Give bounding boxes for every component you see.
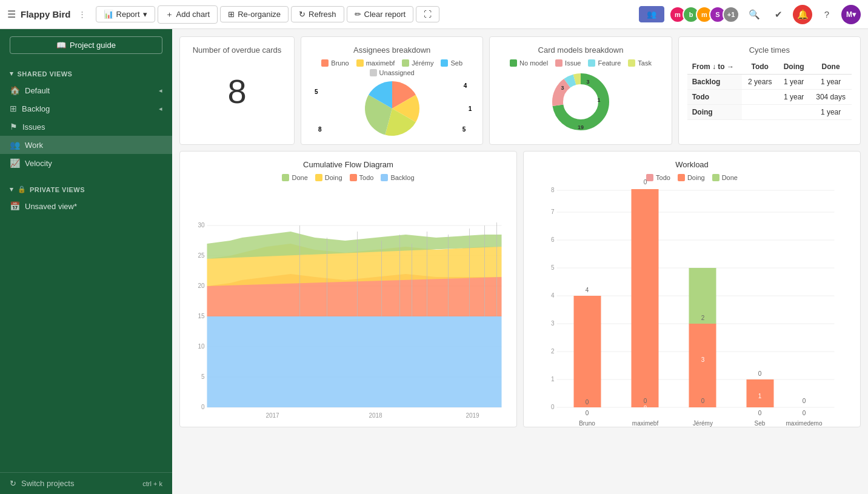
legend-dot-doing-wl (678, 174, 685, 181)
cfd-chart: 0 5 10 15 20 25 30 (189, 186, 508, 418)
avatar-more[interactable]: +1 (723, 6, 739, 23)
notification-button[interactable]: 🔔 (793, 5, 812, 24)
card-models-card: Card models breakdown No model Issue Fea… (489, 36, 672, 145)
sidebar-item-default[interactable]: 🏠 Default ◂ (0, 81, 172, 99)
avatar-group: m b m S +1 (669, 6, 739, 23)
card-models-donut: 3 1 19 3 (498, 72, 663, 132)
home-icon: 🏠 (10, 85, 20, 95)
pie-label-5b: 5 (462, 126, 466, 133)
main-layout: 📖 Project guide ▾ SHARED VIEWS 🏠 Default… (0, 29, 868, 494)
svg-text:4: 4 (586, 287, 589, 293)
chevron-down-icon: ▾ (10, 185, 14, 193)
project-guide-button[interactable]: 📖 Project guide (10, 36, 162, 54)
assignees-title: Assignees breakdown (310, 45, 474, 55)
reorganize-button[interactable]: ⊞ Re-organize (220, 6, 289, 22)
sidebar-item-issues[interactable]: ⚑ Issues (0, 118, 172, 136)
private-views-header[interactable]: ▾ 🔒 PRIVATE VIEWS (0, 182, 172, 197)
pie-label-8: 8 (318, 126, 322, 133)
chevron-down-icon: ▾ (10, 70, 14, 78)
chart-icon: 📈 (10, 158, 20, 168)
user-menu-button[interactable]: M▾ (841, 5, 861, 24)
share-button[interactable]: 👥 (639, 6, 664, 22)
lock-icon: 🔒 (18, 185, 27, 193)
cycle-times-title: Cycle times (687, 45, 852, 55)
bar-maximebf-doing (632, 189, 659, 407)
svg-marker-22 (207, 316, 502, 407)
refresh-button[interactable]: ↻ Refresh (291, 6, 344, 22)
shared-views-header[interactable]: ▾ SHARED VIEWS (0, 66, 172, 81)
svg-text:25: 25 (198, 252, 205, 259)
svg-text:1: 1 (597, 97, 600, 103)
svg-text:Jérémy: Jérémy (693, 420, 713, 427)
sidebar-item-work[interactable]: 👥 Work (0, 136, 172, 154)
svg-text:0: 0 (586, 410, 589, 416)
top-cards: Number of overdue cards 8 Assignees brea… (179, 36, 861, 145)
cfd-legend: Done Doing Todo Backlog (189, 174, 508, 181)
cycle-col-doing: Doing (778, 59, 810, 75)
clear-report-button[interactable]: ✏ Clear report (347, 6, 414, 22)
search-button[interactable]: 🔍 (744, 5, 764, 24)
svg-text:0: 0 (758, 370, 762, 377)
assignees-pie: 4 5 8 5 1 (310, 81, 474, 136)
svg-text:4: 4 (551, 292, 555, 299)
legend-unassigned: Unassigned (370, 69, 415, 76)
topbar-actions: 📊 Report ▾ ＋ Add chart ⊞ Re-organize ↻ R… (96, 5, 440, 24)
pie-label-4: 4 (464, 82, 467, 89)
sidebar-item-unsaved[interactable]: 📅 Unsaved view* (0, 197, 172, 215)
legend-dot-task (628, 59, 635, 67)
share-icon: 👥 (647, 10, 656, 19)
help-button[interactable]: ? (817, 5, 836, 24)
flag-icon: ⚑ (10, 122, 18, 132)
svg-text:5: 5 (201, 373, 205, 380)
report-button[interactable]: 📊 Report ▾ (96, 6, 155, 22)
people-icon: 👥 (10, 140, 20, 150)
switch-icon: ↻ (10, 479, 16, 488)
add-chart-button[interactable]: ＋ Add chart (158, 5, 218, 24)
legend-no-model: No model (510, 59, 548, 67)
legend-done-wl: Done (712, 174, 738, 181)
legend-dot-todo-wl (646, 174, 653, 181)
sidebar: 📖 Project guide ▾ SHARED VIEWS 🏠 Default… (0, 29, 172, 494)
svg-text:20: 20 (198, 282, 205, 289)
svg-text:10: 10 (198, 343, 205, 350)
grid-icon: ⊞ (10, 104, 17, 113)
legend-dot-feature (588, 59, 595, 67)
svg-text:0: 0 (201, 404, 205, 410)
sidebar-item-backlog[interactable]: ⊞ Backlog ◂ (0, 99, 172, 118)
more-options-icon[interactable]: ⋮ (78, 10, 86, 19)
svg-text:19: 19 (578, 124, 584, 130)
cycle-times-card: Cycle times From ↓ to → Todo Doing Done … (678, 36, 861, 145)
topbar-right: 👥 m b m S +1 🔍 ✔ 🔔 ? M▾ (639, 5, 861, 24)
svg-text:3: 3 (561, 85, 564, 91)
legend-dot-todo (350, 174, 357, 181)
svg-text:3: 3 (701, 356, 705, 363)
svg-text:0: 0 (758, 410, 762, 416)
cfd-title: Cumulative Flow Diagram (189, 160, 508, 169)
svg-text:0: 0 (586, 399, 589, 406)
private-views-section: ▾ 🔒 PRIVATE VIEWS 📅 Unsaved view* (0, 177, 172, 220)
legend-dot-doing (315, 174, 322, 181)
svg-text:0: 0 (644, 179, 647, 185)
switch-projects-button[interactable]: ↻ Switch projects ctrl + k (0, 472, 172, 494)
assignees-card: Assignees breakdown Bruno maximebf Jérém… (301, 36, 483, 145)
card-models-legend: No model Issue Feature Task (498, 59, 663, 67)
cfd-card: Cumulative Flow Diagram Done Doing Todo (179, 151, 517, 427)
svg-text:7: 7 (551, 209, 555, 215)
legend-dot-unassigned (370, 69, 377, 76)
fullscreen-button[interactable]: ⛶ (416, 6, 439, 22)
assignees-legend: Bruno maximebf Jérémy Seb (310, 59, 474, 76)
svg-text:maximedemo: maximedemo (786, 420, 822, 427)
legend-feature: Feature (588, 59, 621, 67)
legend-todo-wl: Todo (646, 174, 670, 181)
legend-dot-seb (441, 59, 448, 67)
pen-icon: ✏ (355, 10, 361, 19)
legend-doing-wl: Doing (678, 174, 705, 181)
legend-dot-nomodel (510, 59, 517, 67)
checklist-button[interactable]: ✔ (769, 5, 788, 24)
legend-maximebf: maximebf (356, 59, 395, 67)
sidebar-item-velocity[interactable]: 📈 Velocity (0, 154, 172, 172)
hamburger-icon[interactable]: ☰ (7, 8, 16, 20)
bottom-charts: Cumulative Flow Diagram Done Doing Todo (179, 151, 861, 427)
overdue-card: Number of overdue cards 8 (179, 36, 295, 145)
svg-text:6: 6 (551, 236, 555, 243)
